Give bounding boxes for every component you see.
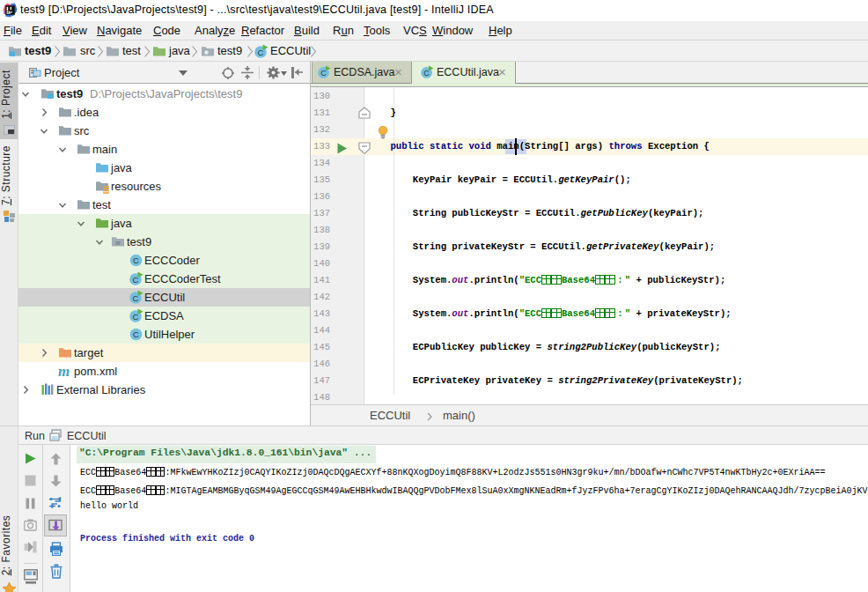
- svg-text:C: C: [133, 329, 139, 339]
- svg-text:C: C: [133, 255, 139, 265]
